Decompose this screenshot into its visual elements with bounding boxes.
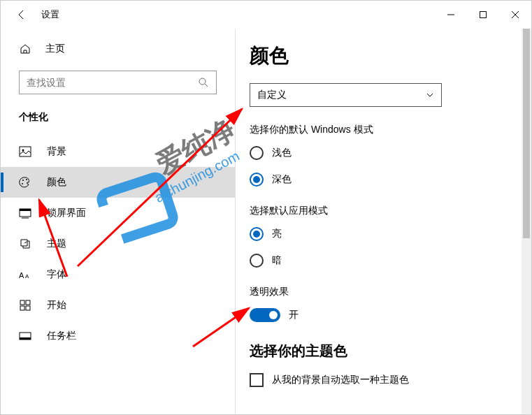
svg-point-8 bbox=[22, 180, 24, 181]
svg-rect-19 bbox=[26, 306, 30, 310]
color-mode-dropdown[interactable]: 自定义 bbox=[250, 83, 442, 107]
radio-button[interactable] bbox=[250, 173, 264, 187]
radio-label: 亮 bbox=[272, 228, 282, 240]
radio-label: 浅色 bbox=[272, 147, 292, 159]
theme-icon bbox=[19, 238, 31, 250]
close-button[interactable] bbox=[499, 3, 531, 26]
accent-heading: 选择你的主题色 bbox=[250, 342, 503, 361]
minimize-button[interactable] bbox=[435, 3, 467, 26]
svg-text:A: A bbox=[25, 273, 29, 279]
sidebar-item-palette[interactable]: 颜色 bbox=[1, 167, 235, 198]
svg-line-5 bbox=[205, 84, 208, 87]
radio-button[interactable] bbox=[250, 254, 264, 268]
auto-accent-checkbox[interactable] bbox=[250, 373, 264, 387]
svg-rect-12 bbox=[20, 209, 31, 211]
home-link[interactable]: 主页 bbox=[1, 36, 235, 62]
app-mode-option[interactable]: 亮 bbox=[250, 227, 503, 241]
maximize-button[interactable] bbox=[467, 3, 499, 26]
window-controls bbox=[435, 3, 531, 26]
search-icon bbox=[198, 77, 209, 88]
svg-point-9 bbox=[26, 179, 27, 180]
radio-label: 暗 bbox=[272, 254, 282, 267]
scrollbar-thumb[interactable] bbox=[523, 29, 530, 238]
svg-text:A: A bbox=[19, 271, 24, 279]
scrollbar[interactable] bbox=[522, 29, 531, 414]
chevron-down-icon bbox=[426, 91, 434, 99]
sidebar-item-taskbar[interactable]: 任务栏 bbox=[1, 321, 235, 351]
sidebar-item-label: 开始 bbox=[47, 299, 66, 312]
content-area: 颜色 自定义 选择你的默认 Windows 模式 浅色深色 选择默认应用模式 亮… bbox=[236, 29, 531, 414]
transparency-label: 透明效果 bbox=[250, 286, 503, 298]
transparency-state: 开 bbox=[289, 309, 299, 321]
image-icon bbox=[19, 145, 31, 158]
svg-rect-17 bbox=[26, 300, 30, 305]
sidebar-item-font[interactable]: AA字体 bbox=[1, 259, 235, 290]
radio-button[interactable] bbox=[250, 146, 264, 160]
taskbar-icon bbox=[19, 330, 31, 342]
svg-rect-1 bbox=[480, 12, 487, 18]
titlebar: 设置 bbox=[1, 1, 531, 29]
close-icon bbox=[512, 11, 519, 18]
svg-point-10 bbox=[22, 183, 23, 184]
sidebar-item-theme[interactable]: 主题 bbox=[1, 228, 235, 259]
sidebar-item-label: 任务栏 bbox=[47, 330, 76, 342]
search-input[interactable] bbox=[27, 77, 198, 88]
sidebar-item-label: 锁屏界面 bbox=[47, 207, 86, 219]
lock-screen-icon bbox=[19, 207, 31, 219]
transparency-toggle[interactable] bbox=[250, 308, 280, 322]
sidebar-item-image[interactable]: 背景 bbox=[1, 136, 235, 167]
arrow-left-icon bbox=[16, 9, 27, 20]
palette-icon bbox=[19, 176, 31, 189]
sidebar-item-label: 主题 bbox=[47, 238, 66, 250]
dropdown-value: 自定义 bbox=[257, 89, 287, 101]
svg-rect-16 bbox=[20, 300, 24, 305]
sidebar-item-start[interactable]: 开始 bbox=[1, 290, 235, 321]
home-label: 主页 bbox=[45, 43, 65, 55]
back-button[interactable] bbox=[15, 8, 29, 22]
category-label: 个性化 bbox=[1, 107, 235, 136]
sidebar-item-lock-screen[interactable]: 锁屏界面 bbox=[1, 198, 235, 228]
svg-point-4 bbox=[199, 78, 206, 85]
windows-mode-option[interactable]: 浅色 bbox=[250, 146, 503, 160]
sidebar-item-label: 字体 bbox=[47, 268, 66, 281]
maximize-icon bbox=[480, 11, 487, 18]
sidebar-item-label: 背景 bbox=[47, 145, 66, 158]
sidebar-item-label: 颜色 bbox=[47, 176, 66, 189]
radio-button[interactable] bbox=[250, 227, 264, 241]
windows-mode-option[interactable]: 深色 bbox=[250, 173, 503, 187]
start-icon bbox=[19, 299, 31, 312]
app-mode-label: 选择默认应用模式 bbox=[250, 205, 503, 217]
font-icon: AA bbox=[19, 268, 31, 281]
svg-point-7 bbox=[22, 150, 24, 152]
svg-rect-18 bbox=[20, 306, 24, 310]
svg-rect-21 bbox=[20, 337, 31, 340]
home-icon bbox=[19, 43, 31, 55]
page-title: 颜色 bbox=[250, 43, 503, 69]
auto-accent-checkbox-row[interactable]: 从我的背景自动选取一种主题色 bbox=[250, 373, 503, 387]
window-title: 设置 bbox=[41, 8, 59, 21]
search-box[interactable] bbox=[19, 71, 217, 94]
sidebar: 主页 个性化 背景颜色锁屏界面主题AA字体开始任务栏 bbox=[1, 29, 236, 414]
radio-label: 深色 bbox=[272, 173, 292, 186]
auto-accent-label: 从我的背景自动选取一种主题色 bbox=[272, 374, 409, 386]
windows-mode-label: 选择你的默认 Windows 模式 bbox=[250, 124, 503, 136]
minimize-icon bbox=[447, 11, 454, 18]
app-mode-option[interactable]: 暗 bbox=[250, 254, 503, 268]
